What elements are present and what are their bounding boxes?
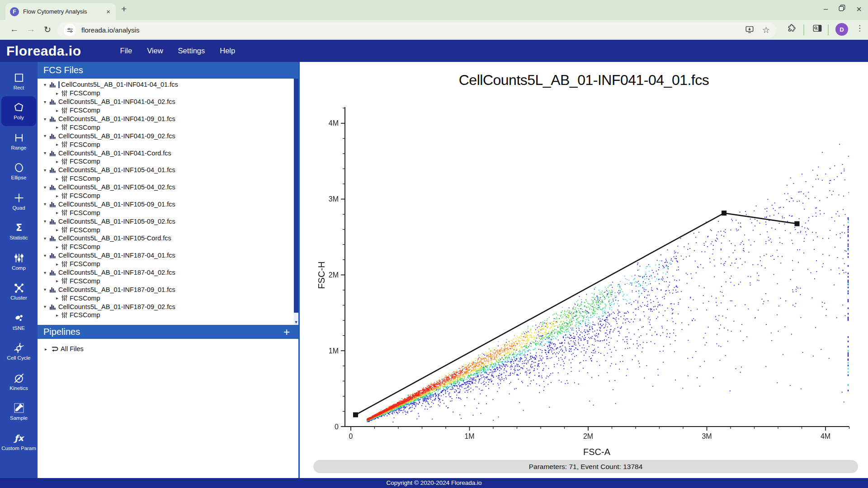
expand-caret-icon[interactable]: ▸ [54,142,60,147]
sidebar-tool-quad[interactable]: Quad [0,186,38,216]
bookmark-star-icon[interactable]: ☆ [762,25,770,35]
collapse-caret-icon[interactable]: ▾ [42,99,48,104]
sidebar-tool-cellcycle[interactable]: Cell Cycle [0,337,38,367]
extensions-icon[interactable] [787,23,796,35]
sidebar-tool-sample[interactable]: Sample [0,397,38,427]
scrollbar-down-arrow-icon[interactable]: ▼ [294,320,298,324]
sidebar-tool-range[interactable]: Range [0,126,38,156]
fcs-file-row[interactable]: ▾CellCounts5L_AB_01-INF105-Cord.fcs [38,234,298,243]
fcscomp-label[interactable]: FCSComp [70,295,100,302]
sidebar-tool-kinetics[interactable]: Kinetics [0,366,38,397]
fcs-file-row[interactable]: ▾CellCounts5L_AB_01-INF041-04_01.fcs [38,80,298,89]
menu-settings[interactable]: Settings [178,47,205,55]
collapse-caret-icon[interactable]: ▾ [42,304,48,309]
fcscomp-label[interactable]: FCSComp [70,175,100,182]
collapse-caret-icon[interactable]: ▾ [42,117,48,122]
fcscomp-label[interactable]: FCSComp [70,158,100,165]
scrollbar-thumb[interactable] [294,79,298,313]
fcscomp-row[interactable]: ▸FCSComp [38,89,298,98]
fcs-file-row[interactable]: ▾CellCounts5L_AB_01-INF041-Cord.fcs [38,149,298,157]
fcs-file-row[interactable]: ▾CellCounts5L_AB_01-INF041-04_02.fcs [38,98,298,106]
fcs-file-name[interactable]: CellCounts5L_AB_01-INF105-09_01.fcs [58,201,175,208]
fcs-file-name[interactable]: CellCounts5L_AB_01-INF105-09_02.fcs [58,218,175,225]
expand-caret-icon[interactable]: ▸ [54,91,60,96]
fcs-file-name[interactable]: CellCounts5L_AB_01-INF105-Cord.fcs [58,235,171,242]
fcs-file-name[interactable]: CellCounts5L_AB_01-INF187-04_02.fcs [58,269,175,276]
sidebar-tool-rect[interactable]: Rect [0,66,38,96]
fcscomp-label[interactable]: FCSComp [70,260,100,267]
plot-axes-and-gate[interactable]: 01M2M3M4M01M2M3M4MFSC-AFSC-H [300,62,868,478]
fcs-file-row[interactable]: ▾CellCounts5L_AB_01-INF187-09_01.fcs [38,285,298,294]
pipeline-name[interactable]: All Files [61,345,84,352]
fcs-file-name[interactable]: CellCounts5L_AB_01-INF187-09_02.fcs [58,303,175,310]
fcs-file-name[interactable]: CellCounts5L_AB_01-INF187-04_01.fcs [58,252,175,259]
fcscomp-label[interactable]: FCSComp [70,311,100,319]
expand-caret-icon[interactable]: ▸ [54,296,60,300]
fcscomp-row[interactable]: ▸FCSComp [38,243,298,251]
collapse-caret-icon[interactable]: ▾ [42,82,48,87]
fcs-file-name[interactable]: CellCounts5L_AB_01-INF041-09_02.fcs [58,132,175,140]
fcs-file-name[interactable]: CellCounts5L_AB_01-INF041-09_01.fcs [58,115,175,122]
fcs-file-name[interactable]: CellCounts5L_AB_01-INF105-04_02.fcs [58,183,175,191]
fcscomp-row[interactable]: ▸FCSComp [38,192,298,200]
add-pipeline-button[interactable]: + [283,328,292,337]
fcs-file-name[interactable]: CellCounts5L_AB_01-INF187-09_01.fcs [58,286,175,293]
fcscomp-row[interactable]: ▸FCSComp [38,106,298,115]
fcscomp-label[interactable]: FCSComp [70,277,100,285]
fcscomp-label[interactable]: FCSComp [70,141,100,148]
sidebar-tool-poly[interactable]: Poly [1,96,36,127]
collapse-caret-icon[interactable]: ▾ [42,202,48,206]
fcscomp-row[interactable]: ▸FCSComp [38,311,298,319]
collapse-caret-icon[interactable]: ▾ [42,253,48,258]
fcscomp-label[interactable]: FCSComp [70,209,100,216]
fcscomp-row[interactable]: ▸FCSComp [38,225,298,234]
fcscomp-label[interactable]: FCSComp [70,124,100,131]
expand-caret-icon[interactable]: ▸ [54,125,60,130]
menu-help[interactable]: Help [220,47,235,55]
menu-file[interactable]: File [120,47,132,55]
expand-caret-icon[interactable]: ▸ [54,176,60,181]
site-settings-icon[interactable] [64,24,76,36]
fcscomp-row[interactable]: ▸FCSComp [38,157,298,166]
collapse-caret-icon[interactable]: ▾ [42,150,48,155]
fcscomp-row[interactable]: ▸FCSComp [38,140,298,149]
profile-avatar[interactable]: D [835,23,848,36]
fcs-file-name[interactable]: CellCounts5L_AB_01-INF041-04_01.fcs [61,81,178,88]
install-app-icon[interactable] [745,25,754,36]
fcscomp-row[interactable]: ▸FCSComp [38,277,298,285]
collapse-caret-icon[interactable]: ▾ [42,168,48,173]
expand-caret-icon[interactable]: ▸ [54,159,60,164]
fcscomp-row[interactable]: ▸FCSComp [38,294,298,302]
collapse-caret-icon[interactable]: ▾ [42,270,48,275]
fcs-file-row[interactable]: ▾CellCounts5L_AB_01-INF187-04_02.fcs [38,268,298,277]
fcscomp-label[interactable]: FCSComp [70,89,100,97]
expand-caret-icon[interactable]: ▸ [43,347,49,352]
fcs-file-row[interactable]: ▾CellCounts5L_AB_01-INF041-09_02.fcs [38,131,298,140]
collapse-caret-icon[interactable]: ▾ [42,185,48,190]
app-logo[interactable]: Floreada.io [6,43,81,59]
browser-menu-kebab-icon[interactable]: ⋮ [856,23,863,33]
fcs-file-row[interactable]: ▾CellCounts5L_AB_01-INF105-04_02.fcs [38,183,298,192]
expand-caret-icon[interactable]: ▸ [54,313,60,318]
sidebar-tool-tsne[interactable]: tSNE [0,306,38,337]
fcs-file-name[interactable]: CellCounts5L_AB_01-INF105-04_01.fcs [58,166,175,174]
fcs-file-row[interactable]: ▾CellCounts5L_AB_01-INF105-04_01.fcs [38,166,298,174]
file-tree-scrollbar[interactable]: ▼ [294,79,298,325]
fcs-file-row[interactable]: ▾CellCounts5L_AB_01-INF041-09_01.fcs [38,115,298,123]
fcscomp-label[interactable]: FCSComp [70,107,100,114]
collapse-caret-icon[interactable]: ▾ [42,287,48,292]
collapse-caret-icon[interactable]: ▾ [42,219,48,224]
fcs-file-row[interactable]: ▾CellCounts5L_AB_01-INF105-09_02.fcs [38,217,298,225]
fcscomp-label[interactable]: FCSComp [70,243,100,250]
expand-caret-icon[interactable]: ▸ [54,108,60,113]
expand-caret-icon[interactable]: ▸ [54,244,60,249]
forward-button[interactable]: → [27,24,35,34]
sidebar-tool-comp[interactable]: Comp [0,246,38,277]
collapse-caret-icon[interactable]: ▾ [42,133,48,138]
side-panel-search-icon[interactable] [812,23,822,35]
tab-close-icon[interactable]: × [105,8,111,15]
reload-button[interactable]: ↻ [44,24,51,35]
window-restore-button[interactable] [839,5,845,14]
sidebar-tool-customparam[interactable]: ƒxCustom Param [0,427,38,457]
expand-caret-icon[interactable]: ▸ [54,262,60,267]
